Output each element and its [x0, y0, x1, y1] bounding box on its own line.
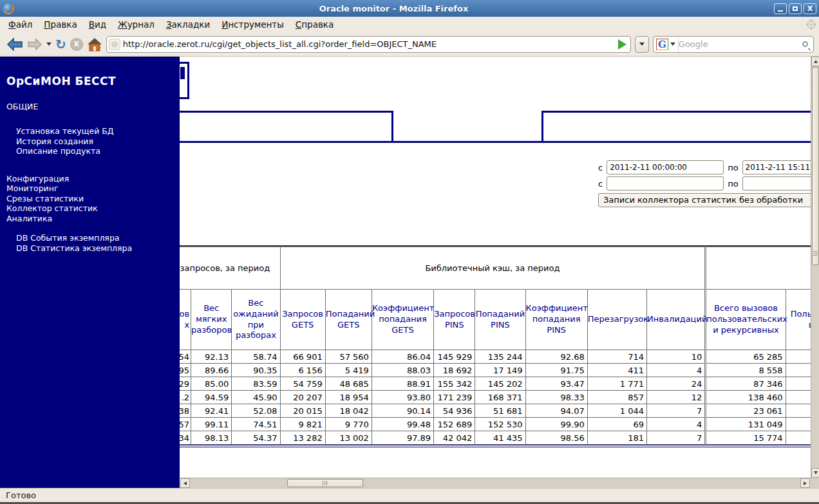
scroll-down-button[interactable] [811, 468, 819, 478]
menu-tools[interactable]: Инструменты [216, 18, 290, 31]
period-to-input-2[interactable] [742, 176, 811, 191]
sidebar-link-product-description[interactable]: Описание продукта [16, 146, 176, 156]
page-favicon-icon [109, 39, 120, 50]
search-engine-selector[interactable]: G [654, 37, 679, 52]
search-input[interactable] [679, 39, 802, 49]
menu-bookmarks[interactable]: Закладки [160, 18, 216, 31]
table-cell: 86.04 [372, 350, 433, 364]
sidebar-link-db-instance-events[interactable]: DB События экземпляра [16, 233, 176, 243]
table-group-header: . запросов, за период [180, 247, 280, 290]
period-from-input[interactable] [607, 160, 724, 174]
home-button[interactable] [87, 37, 102, 51]
search-icon[interactable] [802, 41, 808, 47]
sidebar-link-stat-slices[interactable]: Срезы статистики [6, 194, 176, 204]
table-cell: 54 759 [280, 377, 325, 391]
period-row-1: с по [598, 160, 811, 174]
table-cell: 51 681 [475, 404, 525, 418]
table-cell: 94.59 [191, 391, 232, 404]
table-cell: 69 [587, 418, 646, 431]
minimize-button[interactable] [774, 3, 787, 14]
vertical-scrollbar-thumb[interactable] [812, 67, 819, 265]
horizontal-scrollbar[interactable] [180, 478, 811, 488]
table-cell: 88.91 [372, 377, 433, 391]
forward-button[interactable] [27, 38, 42, 51]
sidebar-link-configuration[interactable]: Конфигурация [6, 174, 176, 184]
table-cell: 18 042 [325, 404, 372, 418]
url-bar[interactable] [106, 36, 631, 53]
tab-box-right[interactable] [541, 111, 811, 143]
menu-history[interactable]: Журнал [112, 18, 160, 31]
table-cell: 99.90 [525, 418, 587, 431]
main-frame: с по с по Записи коллектора статистик бе… [180, 57, 811, 478]
table-column-header: Пользв [786, 290, 811, 350]
navigation-toolbar: ↻ X G [0, 32, 819, 57]
scroll-right-button[interactable] [800, 478, 810, 488]
to-label: по [728, 163, 738, 173]
table-cell: 4 [647, 418, 706, 431]
menu-help[interactable]: Справка [290, 18, 340, 31]
stats-table-wrapper: . запросов, за периодБиблиотечный кэш, з… [180, 245, 811, 447]
table-cell: 145 929 [434, 350, 475, 364]
table-cell [786, 431, 811, 445]
close-button[interactable]: X [804, 3, 816, 14]
stop-button[interactable]: X [70, 38, 83, 51]
table-cell: 9 770 [325, 418, 372, 431]
sidebar-link-stat-collector[interactable]: Коллектор статистик [6, 203, 176, 214]
table-row: 9589.6690.356 1565 41988.0318 69217 1499… [180, 364, 811, 377]
table-cell: 17 149 [475, 364, 525, 377]
table-row: .294.5945.9020 20718 95493.80171 239168 … [180, 391, 811, 404]
triangle-left-icon [184, 481, 187, 485]
table-cell: 10 [647, 350, 706, 364]
table-cell: 5 419 [325, 364, 372, 377]
reload-button[interactable]: ↻ [55, 38, 66, 51]
scrollbar-grip-icon [813, 251, 818, 256]
table-cell: 13 002 [325, 431, 372, 445]
sidebar-link-monitoring[interactable]: Мониторинг [6, 183, 176, 194]
table-cell: 83.59 [232, 377, 280, 391]
sidebar-link-analytics[interactable]: Аналитика [6, 214, 176, 224]
sidebar-link-creation-history[interactable]: История создания [16, 136, 176, 147]
menu-edit[interactable]: Правка [38, 18, 82, 31]
table-cell: 42 042 [434, 431, 475, 445]
back-button[interactable] [6, 37, 23, 51]
vertical-scrollbar[interactable] [811, 57, 819, 478]
menu-view[interactable]: Вид [83, 18, 112, 31]
table-cell: 34 [180, 431, 191, 445]
title-bar: Oracle monitor - Mozilla Firefox X [0, 0, 819, 17]
table-cell: 90.35 [232, 364, 280, 377]
table-column-header: Вес ожиданий при разборах [232, 290, 280, 350]
table-cell: 95 [180, 364, 191, 377]
table-cell: 99.48 [372, 418, 433, 431]
table-cell: 38 [180, 404, 191, 418]
table-cell: 94.07 [525, 404, 587, 418]
period-to-input[interactable] [742, 160, 811, 174]
table-column-header: Попаданий GETS [325, 290, 372, 350]
scroll-left-button[interactable] [180, 478, 190, 488]
period-from-input-2[interactable] [607, 176, 724, 191]
table-cell: 99.11 [191, 418, 232, 431]
collector-mode-select[interactable]: Записи коллектора статистик без обработк… [598, 193, 811, 207]
table-cell: 85.00 [191, 377, 232, 391]
from-label: с [598, 179, 603, 189]
horizontal-scrollbar-thumb[interactable] [287, 479, 363, 487]
browser-content: ОрСиМОН БЕССТ ОБЩИЕ Установка текущей БД… [0, 57, 819, 488]
table-cell: 6 156 [280, 364, 325, 377]
go-button[interactable] [618, 39, 626, 50]
table-cell: 87 346 [706, 377, 786, 391]
table-row: 5492.1358.7466 90157 56086.04145 929135 … [180, 350, 811, 364]
tab-box-left[interactable] [180, 111, 393, 143]
sidebar-link-set-current-db[interactable]: Установка текущей БД [16, 126, 176, 136]
url-history-dropdown-button[interactable] [635, 36, 649, 53]
table-cell: 138 460 [706, 391, 786, 404]
table-cell: 18 692 [434, 364, 475, 377]
url-input[interactable] [123, 39, 614, 49]
menu-file[interactable]: Файл [3, 18, 38, 31]
back-history-dropdown-icon[interactable] [46, 42, 52, 46]
table-cell: 24 [647, 377, 706, 391]
search-bar[interactable]: G [653, 36, 814, 53]
sidebar-link-db-instance-stats[interactable]: DB Статистика экземпляра [16, 243, 176, 254]
maximize-button[interactable] [789, 3, 802, 14]
table-cell: 13 282 [280, 431, 325, 445]
table-cell: 65 285 [706, 350, 786, 364]
scroll-up-button[interactable] [811, 57, 819, 66]
